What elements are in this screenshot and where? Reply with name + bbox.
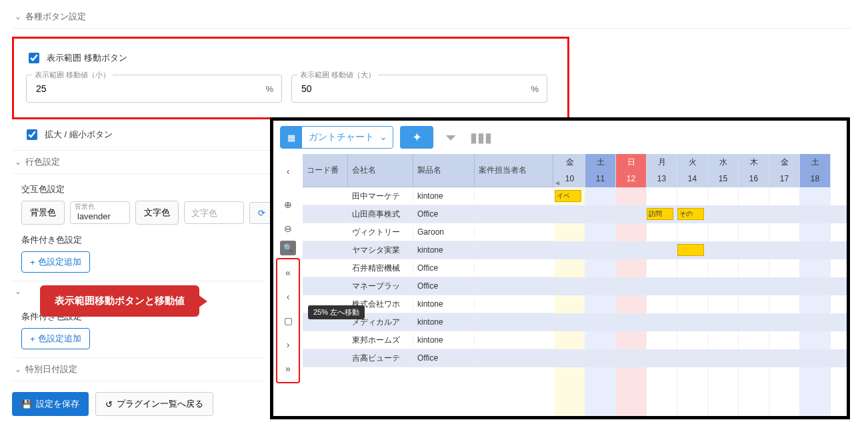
history-icon: ↺ (105, 399, 113, 409)
col-header[interactable]: 製品名 (413, 154, 475, 187)
chevron-down-icon: ⌄ (15, 365, 21, 374)
table-row[interactable]: 山田商事株式Office (303, 205, 555, 223)
plus-icon: + (30, 334, 35, 344)
section-header-button-settings[interactable]: ⌄ 各種ボタン設定 (12, 5, 852, 29)
double-chevron-right-icon: » (285, 363, 291, 374)
gantt-side-toolbar: ‹ ⊕ ⊖ 🔍 « ‹ ▢ › » (273, 154, 303, 416)
search-button[interactable]: 🔍 (280, 241, 296, 255)
day-column: 木16 (739, 154, 769, 187)
move-left-large-button[interactable]: « (277, 261, 299, 285)
fg-color-button[interactable]: 文字色 (135, 201, 179, 225)
section-title: 行色設定 (25, 156, 60, 168)
graph-icon: ✦ (412, 130, 422, 145)
save-button[interactable]: 💾 設定を保存 (12, 392, 89, 416)
range-move-large-field[interactable]: 表示範囲 移動値（大） % (291, 75, 547, 103)
chart-button[interactable]: ▮▮▮ (469, 126, 492, 149)
bar-chart-icon: ▮▮▮ (470, 129, 492, 145)
move-right-large-button[interactable]: » (277, 357, 299, 381)
col-header[interactable]: 案件担当者名 (475, 154, 553, 187)
gantt-preview-window: ▦ ガントチャート ⌄ ✦ ⏷ ▮▮▮ ‹ ⊕ ⊖ 🔍 (270, 117, 850, 419)
gantt-time-grid: ◂ 金10土11日12月13火14水15木16金17土18 イベ訪問その (555, 154, 847, 416)
back-button[interactable]: ↺ プラグイン一覧へ戻る (95, 392, 213, 416)
range-move-checkbox[interactable] (29, 53, 39, 63)
gantt-bar[interactable]: 訪問 (647, 208, 673, 220)
section-title: 各種ボタン設定 (25, 11, 86, 23)
table-row[interactable]: 東邦ホームズkintone (303, 331, 555, 349)
gantt-bar[interactable] (677, 244, 704, 256)
grid-icon: ▦ (281, 127, 302, 148)
chevron-down-icon: ⌄ (15, 287, 21, 296)
col-header[interactable]: コード番 (303, 154, 348, 187)
range-move-large-input[interactable] (300, 83, 531, 95)
add-color-button-1[interactable]: + 色設定追加 (21, 251, 90, 273)
bg-color-button[interactable]: 背景色 (21, 201, 65, 225)
day-column: 土11 (585, 154, 616, 187)
chevron-right-icon: › (287, 339, 290, 350)
move-tooltip: 25% 左へ移動 (308, 305, 365, 319)
day-column: 火14 (677, 154, 708, 187)
move-right-small-button[interactable]: › (277, 333, 299, 357)
funnel-icon: ⏷ (445, 130, 458, 145)
section-title: 特別日付設定 (25, 363, 77, 375)
chevron-down-icon: ⌄ (379, 131, 387, 142)
table-row[interactable]: ヴィクトリーGaroon (303, 223, 555, 241)
plus-icon: + (30, 257, 35, 267)
range-move-small-input[interactable] (35, 83, 265, 95)
day-column: 金17 (769, 154, 800, 187)
search-icon: 🔍 (283, 243, 293, 253)
day-column: 日12 (616, 154, 647, 187)
zoom-in-button[interactable]: ⊕ (277, 193, 299, 217)
day-column: 土18 (800, 154, 831, 187)
scroll-left-icon[interactable]: ◂ (555, 178, 559, 187)
range-move-highlight-box: 表示範囲 移動ボタン 表示範囲 移動値（小） % 表示範囲 移動値（大） % (12, 37, 569, 119)
gantt-left-grid: コード番 会社名 製品名 案件担当者名 田中マーケテkintone山田商事株式O… (303, 154, 555, 416)
chevron-left-icon: ‹ (287, 166, 290, 177)
graph-mode-button[interactable]: ✦ (400, 126, 433, 149)
col-header[interactable]: 会社名 (348, 154, 413, 187)
prev-page-button[interactable]: ‹ (277, 159, 299, 183)
add-color-button-2[interactable]: + 色設定追加 (21, 328, 90, 349)
zoom-out-icon: ⊖ (284, 223, 292, 234)
range-nav-group: « ‹ ▢ › » (276, 258, 300, 383)
table-row[interactable]: マネープラッOffice (303, 277, 555, 295)
fg-color-input[interactable]: 文字色 (184, 201, 244, 224)
table-row[interactable]: ヤマシタ実業kintone (303, 241, 555, 259)
unit-percent: % (265, 84, 273, 94)
save-icon: 💾 (21, 399, 32, 409)
section-header-special-date[interactable]: ⌄ 特別日付設定 (12, 357, 265, 381)
filter-button[interactable]: ⏷ (440, 126, 463, 149)
table-row[interactable]: 石井精密機械Office (303, 259, 555, 277)
gantt-bar[interactable]: その (677, 208, 704, 220)
zoom-in-icon: ⊕ (284, 199, 292, 210)
calendar-icon: ▢ (284, 315, 293, 326)
view-select-dropdown[interactable]: ▦ ガントチャート ⌄ (280, 126, 393, 149)
double-chevron-left-icon: « (285, 267, 291, 278)
range-move-label: 表示範囲 移動ボタン (47, 52, 127, 64)
move-left-small-button[interactable]: ‹ (277, 285, 299, 309)
unit-percent: % (531, 84, 539, 94)
field-label-large: 表示範囲 移動値（大） (297, 70, 378, 80)
day-column: 水15 (708, 154, 739, 187)
bg-color-input[interactable]: 背景色 lavender (70, 201, 130, 224)
callout-annotation: 表示範囲移動ボタンと移動値 (40, 285, 199, 317)
chevron-down-icon: ⌄ (15, 157, 21, 167)
field-label-small: 表示範囲 移動値（小） (32, 70, 113, 80)
chevron-down-icon: ⌄ (15, 12, 21, 21)
zoom-checkbox-label: 拡大 / 縮小ボタン (45, 129, 113, 141)
today-button[interactable]: ▢ (277, 309, 299, 333)
table-row[interactable]: 田中マーケテkintone (303, 187, 555, 205)
chevron-left-icon: ‹ (287, 291, 290, 302)
gantt-bar[interactable]: イベ (555, 190, 581, 202)
range-move-small-field[interactable]: 表示範囲 移動値（小） % (26, 75, 282, 103)
day-column: 月13 (647, 154, 677, 187)
zoom-checkbox[interactable] (27, 129, 37, 140)
table-row[interactable]: 吉高ビューテOffice (303, 349, 555, 367)
zoom-out-button[interactable]: ⊖ (277, 217, 299, 241)
